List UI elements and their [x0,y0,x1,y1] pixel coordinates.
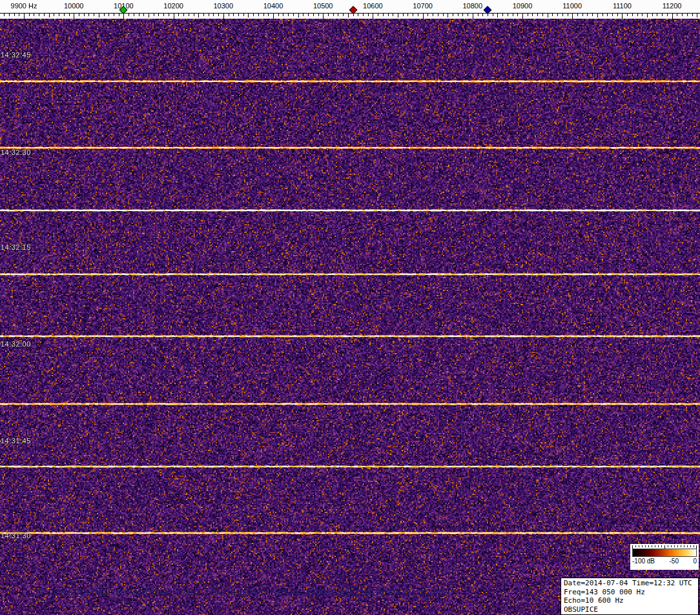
ruler-minor-tick [548,14,548,17]
freq-label-10300: 10300 [214,2,234,10]
freq-label-11200: 11200 [663,2,682,10]
ruler-minor-tick [363,14,364,16]
ruler-minor-tick [194,14,194,16]
ruler-major-tick [123,14,124,19]
ruler-minor-tick [393,14,393,16]
legend-tick [655,545,655,547]
ruler-minor-tick [517,14,518,16]
info-echo-line: Echo=10 600 Hz [564,596,695,605]
ruler-minor-tick [163,14,164,16]
ruler-minor-tick [587,14,588,16]
ruler-major-tick [273,14,274,19]
ruler-minor-tick [298,14,299,17]
cursor-readout: ^t+19 [30,603,47,611]
legend-gradient-bar [632,549,697,557]
frequency-ruler[interactable]: 9900 Hz100001010010200103001040010500106… [0,0,700,19]
ruler-minor-tick [243,14,244,16]
ruler-minor-tick [154,14,154,16]
ruler-minor-tick [189,14,189,16]
legend-tick [677,545,678,547]
ruler-minor-tick [9,14,10,16]
legend-label-min: -100 dB [632,557,655,566]
ruler-minor-tick [238,14,239,16]
ruler-minor-tick [513,14,513,16]
ruler-minor-tick [253,14,254,16]
ruler-minor-tick [94,14,94,16]
ruler-minor-tick [263,14,264,16]
ruler-minor-tick [697,14,697,17]
freq-label-11100: 11100 [613,2,632,10]
legend-tick [696,545,697,549]
ruler-minor-tick [348,14,349,17]
ruler-minor-tick [258,14,259,16]
ruler-minor-tick [313,14,314,16]
ruler-minor-tick [528,14,528,16]
ruler-minor-tick [343,14,344,16]
time-label-143230: 14:32:30 [1,148,31,156]
ruler-major-tick [323,14,324,19]
ruler-minor-tick [497,14,498,17]
ruler-minor-tick [114,14,114,16]
legend-tick [674,545,675,547]
legend-label-mid: -50 [670,557,679,566]
ruler-minor-tick [183,14,184,16]
ruler-major-tick [74,14,74,19]
ruler-major-tick [572,14,573,19]
ruler-minor-tick [448,14,448,17]
ruler-minor-tick [383,14,384,16]
ruler-minor-tick [592,14,593,16]
legend-tick [668,545,668,547]
ruler-minor-tick [433,14,433,16]
ruler-minor-tick [88,14,89,16]
ruler-minor-tick [552,14,553,16]
ruler-minor-tick [627,14,628,16]
legend-ticks [632,545,697,549]
ruler-minor-tick [358,14,358,16]
ruler-minor-tick [158,14,159,16]
legend-tick [635,545,636,547]
legend-tick [687,545,688,547]
ruler-minor-tick [493,14,493,16]
ruler-minor-tick [129,14,129,16]
ruler-minor-tick [233,14,234,16]
freq-label-10700: 10700 [413,2,433,10]
ruler-major-tick [223,14,224,19]
ruler-minor-tick [657,14,657,16]
ruler-major-tick [423,14,424,19]
ruler-minor-tick [268,14,269,16]
ruler-minor-tick [637,14,638,16]
ruler-minor-tick [617,14,618,16]
ruler-minor-tick [19,14,19,16]
legend-tick [661,545,662,547]
ruler-major-tick [622,14,623,19]
ruler-minor-tick [178,14,179,16]
ruler-minor-tick [29,14,30,16]
freq-label-10200: 10200 [163,2,183,10]
freq-label-10400: 10400 [263,2,283,10]
ruler-minor-tick [458,14,458,16]
time-label-143215: 14:32:15 [1,243,31,251]
legend-labels: -100 dB -50 0 [632,557,697,566]
ruler-minor-tick [453,14,453,16]
ruler-minor-tick [427,14,428,16]
ruler-minor-tick [34,14,34,16]
ruler-minor-tick [293,14,294,16]
ruler-major-tick [24,14,25,19]
ruler-minor-tick [418,14,418,16]
ruler-minor-tick [49,14,50,17]
ruler-minor-tick [99,14,99,17]
ruler-minor-tick [283,14,283,16]
ruler-minor-tick [308,14,309,16]
ruler-minor-tick [278,14,279,16]
time-label-143200: 14:32:00 [1,340,31,348]
spectrogram-canvas[interactable] [0,19,700,615]
waterfall-display[interactable]: 20140704123119476 hCnt23 nb-86 f10586 hi… [0,19,700,615]
ruler-minor-tick [388,14,389,16]
legend-tick [694,545,694,547]
info-box: Date=2014-07-04 Time=12:32 UTC Freq=143 … [561,578,699,615]
ruler-minor-tick [557,14,558,16]
ruler-minor-tick [108,14,109,16]
ruler-minor-tick [14,14,15,16]
ruler-minor-tick [482,14,483,16]
ruler-minor-tick [378,14,378,16]
